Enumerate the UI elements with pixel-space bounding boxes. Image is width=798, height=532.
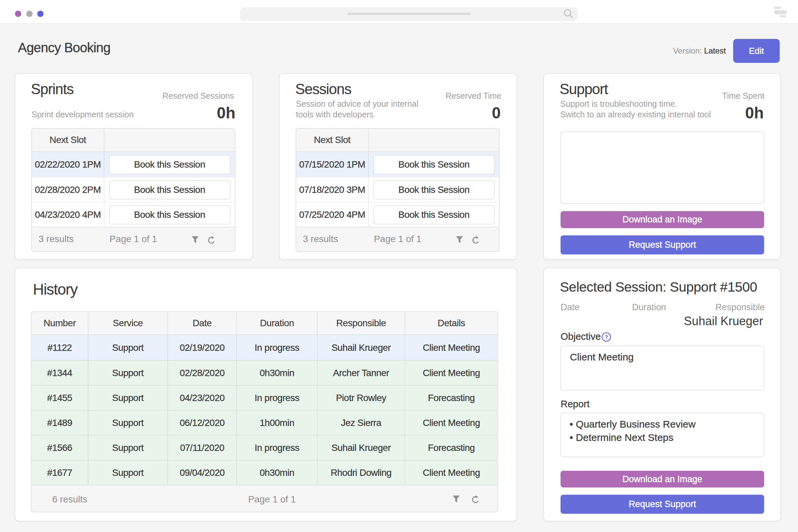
svg-text:?: ?	[605, 334, 608, 341]
